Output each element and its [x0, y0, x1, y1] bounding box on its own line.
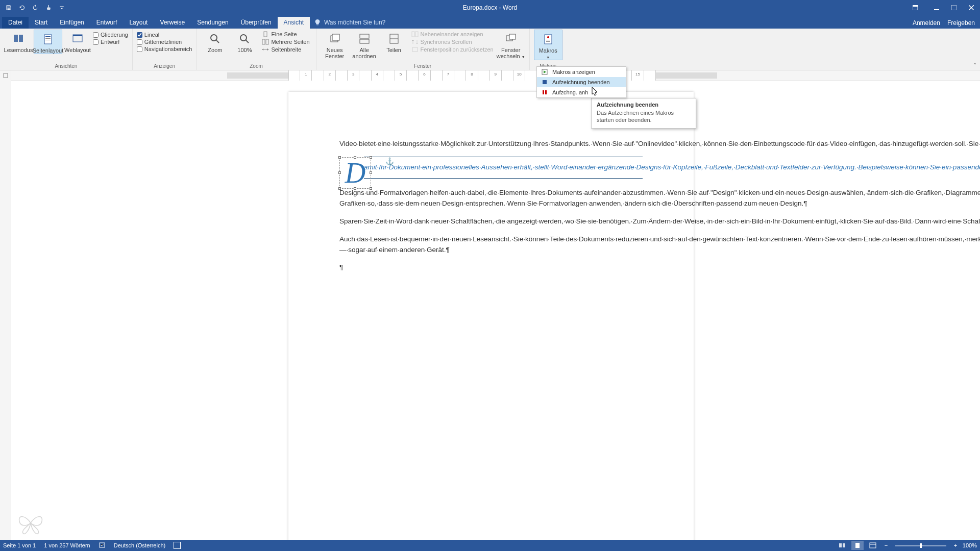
- view-read-icon[interactable]: [836, 541, 848, 550]
- close-icon[interactable]: [963, 2, 980, 13]
- horizontal-ruler[interactable]: 123456789101112131415: [11, 70, 980, 81]
- group-views: Lesemodus Seitenlayout Weblayout Glieder…: [0, 29, 133, 70]
- view-web-icon[interactable]: [867, 541, 879, 550]
- redo-icon[interactable]: [30, 2, 41, 13]
- svg-point-11: [240, 35, 247, 41]
- sync-scroll-button: Synchrones Scrollen: [409, 38, 496, 45]
- zoom-slider[interactable]: [895, 545, 946, 546]
- share-button[interactable]: Freigeben: [947, 19, 975, 27]
- tell-me-search[interactable]: Was möchten Sie tun?: [314, 19, 385, 29]
- gridlines-checkbox[interactable]: Gitternetzlinien: [137, 39, 192, 45]
- collapse-ribbon-icon[interactable]: ⌃: [973, 62, 977, 68]
- paragraph[interactable]: Designs·und·Formatvorlagen·helfen·auch·d…: [339, 188, 643, 209]
- titlebar: Europa.docx - Word: [0, 0, 980, 15]
- signin-link[interactable]: Anmelden: [913, 19, 940, 27]
- svg-rect-25: [509, 34, 516, 39]
- svg-rect-6: [45, 38, 51, 39]
- quote-textbox[interactable]: D amit·Ihr·Dokument·ein·professionelles·…: [364, 157, 643, 179]
- zoom-in-button[interactable]: +: [951, 542, 960, 548]
- qat-customize-icon[interactable]: [56, 2, 67, 13]
- tab-start[interactable]: Start: [29, 17, 54, 29]
- paragraph[interactable]: Auch·das·Lesen·ist·bequemer·in·der·neuen…: [339, 234, 643, 256]
- print-layout-button[interactable]: Seitenlayout: [34, 30, 62, 54]
- window-controls: [906, 2, 980, 13]
- ribbon-display-icon[interactable]: [906, 2, 924, 13]
- svg-rect-16: [332, 34, 339, 40]
- view-print-icon[interactable]: [851, 541, 864, 550]
- switch-windows-button[interactable]: Fenster wechseln ▼: [497, 30, 525, 59]
- zoom-level[interactable]: 100%: [963, 542, 977, 548]
- svg-rect-17: [360, 34, 369, 38]
- vertical-ruler[interactable]: [0, 81, 11, 540]
- svg-rect-29: [546, 41, 550, 42]
- group-window: Neues Fenster Alle anordnen Teilen Neben…: [316, 29, 530, 70]
- draft-checkbox[interactable]: Entwurf: [93, 39, 128, 45]
- tab-references[interactable]: Verweise: [154, 17, 191, 29]
- macro-recording-icon[interactable]: [174, 542, 181, 549]
- macros-dropdown: Makros anzeigen Aufzeichnung beenden Auf…: [536, 66, 626, 98]
- svg-rect-9: [73, 35, 82, 36]
- dropcap-frame[interactable]: D: [339, 157, 371, 189]
- pause-icon: [541, 89, 548, 96]
- document-area[interactable]: Video·bietet·eine·leistungsstarke·Möglic…: [11, 81, 980, 540]
- status-language[interactable]: Deutsch (Österreich): [114, 542, 165, 548]
- paragraph[interactable]: ¶: [339, 262, 643, 273]
- svg-rect-13: [262, 39, 265, 44]
- status-bar: Seite 1 von 1 1 von 257 Wörtern Deutsch …: [0, 540, 980, 551]
- tab-insert[interactable]: Einfügen: [54, 17, 90, 29]
- svg-rect-21: [412, 32, 414, 37]
- minimize-icon[interactable]: [928, 2, 945, 13]
- svg-rect-12: [264, 32, 267, 37]
- zoom-100-button[interactable]: 100%: [230, 30, 259, 53]
- reset-position-button: Fensterposition zurücksetzen: [409, 46, 496, 53]
- macros-view-item[interactable]: Makros anzeigen: [537, 67, 626, 77]
- svg-rect-18: [360, 39, 369, 43]
- tooltip-body: Das Aufzeichnen eines Makros starten ode…: [597, 109, 691, 124]
- maximize-icon[interactable]: [945, 2, 963, 13]
- zoom-out-button[interactable]: −: [882, 542, 890, 548]
- arrange-all-button[interactable]: Alle anordnen: [350, 30, 379, 59]
- ruler-corner[interactable]: [0, 70, 11, 81]
- multi-page-button[interactable]: Mehrere Seiten: [260, 38, 311, 45]
- ruler-checkbox[interactable]: Lineal: [137, 32, 192, 38]
- tab-view[interactable]: Ansicht: [278, 17, 310, 29]
- split-button[interactable]: Teilen: [380, 30, 408, 59]
- lightbulb-icon: [314, 19, 321, 26]
- svg-rect-34: [545, 90, 547, 94]
- one-page-button[interactable]: Eine Seite: [260, 31, 311, 38]
- macros-pause-item[interactable]: Aufzchng. anh: [537, 87, 626, 97]
- status-page[interactable]: Seite 1 von 1: [3, 542, 36, 548]
- tab-review[interactable]: Überprüfen: [235, 17, 278, 29]
- macros-stop-item[interactable]: Aufzeichnung beenden: [537, 77, 626, 87]
- svg-rect-30: [4, 73, 8, 78]
- navigation-checkbox[interactable]: Navigationsbereich: [137, 46, 192, 52]
- save-icon[interactable]: [3, 2, 14, 13]
- page-width-button[interactable]: Seitenbreite: [260, 46, 311, 53]
- tab-mailings[interactable]: Sendungen: [191, 17, 234, 29]
- tab-layout[interactable]: Layout: [123, 17, 154, 29]
- svg-rect-7: [45, 40, 51, 40]
- macros-button[interactable]: Makros▼: [534, 30, 562, 60]
- side-by-side-button: Nebeneinander anzeigen: [409, 31, 496, 38]
- svg-rect-4: [44, 35, 52, 44]
- new-window-button[interactable]: Neues Fenster: [321, 30, 349, 59]
- outline-checkbox[interactable]: Gliederung: [93, 32, 128, 38]
- svg-rect-28: [546, 40, 550, 40]
- zoom-button[interactable]: Zoom: [201, 30, 229, 53]
- tooltip: Aufzeichnung beenden Das Aufzeichnen ein…: [591, 98, 696, 129]
- touch-mode-icon[interactable]: [43, 2, 54, 13]
- read-mode-button[interactable]: Lesemodus: [4, 30, 33, 54]
- svg-rect-5: [45, 36, 51, 37]
- tab-design[interactable]: Entwurf: [90, 17, 124, 29]
- undo-icon[interactable]: [16, 2, 28, 13]
- web-layout-button[interactable]: Weblayout: [63, 30, 92, 54]
- tab-file[interactable]: Datei: [2, 17, 29, 29]
- paragraph[interactable]: Video·bietet·eine·leistungsstarke·Möglic…: [339, 139, 643, 149]
- status-proofing-icon[interactable]: [99, 541, 106, 549]
- paragraph[interactable]: Sparen·Sie·Zeit·in·Word·dank·neuer·Schal…: [339, 216, 643, 227]
- svg-rect-2: [934, 9, 939, 10]
- status-words[interactable]: 1 von 257 Wörtern: [44, 542, 90, 548]
- svg-rect-22: [415, 32, 418, 37]
- svg-point-10: [211, 35, 217, 41]
- svg-rect-23: [412, 47, 418, 52]
